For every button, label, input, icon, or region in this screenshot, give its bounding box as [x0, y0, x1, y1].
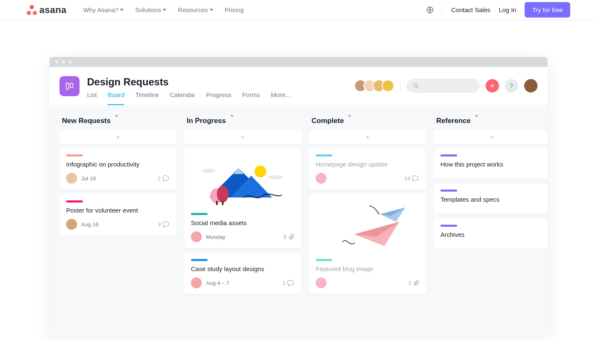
header-right: [358, 76, 538, 93]
svg-point-7: [268, 175, 283, 179]
add-card-button[interactable]: [434, 130, 548, 144]
chevron-down-icon: [210, 9, 213, 11]
meta-count: 3: [408, 280, 411, 286]
column-header[interactable]: Reference: [434, 117, 548, 125]
project-icon[interactable]: [59, 76, 80, 96]
assignee-avatar[interactable]: [66, 219, 77, 230]
card-tag: [440, 225, 457, 227]
board-icon: [65, 82, 74, 91]
card-meta: 5: [283, 233, 295, 240]
assignee-avatar[interactable]: [191, 231, 202, 242]
task-card[interactable]: Poster for volunteer eventAug 163: [59, 195, 177, 236]
attachment-icon: [413, 279, 419, 286]
project-tabs: ListBoardTimelineCalendarProgressFormsMo…: [87, 91, 350, 105]
mountains-illustration: [193, 156, 293, 206]
login-link[interactable]: Log In: [499, 6, 516, 13]
assignee-avatar[interactable]: [316, 277, 327, 288]
tab-progress[interactable]: Progress: [206, 91, 231, 105]
divider: [400, 79, 401, 92]
meta-count: 2: [158, 175, 161, 182]
nav-items: Why Asana? Solutions Resources Pricing: [83, 6, 244, 13]
avatar[interactable]: [382, 79, 394, 92]
card-title: Templates and specs: [440, 196, 544, 203]
paper-planes-illustration: [317, 202, 418, 252]
card-footer: 3: [316, 277, 419, 288]
comment-icon: [162, 174, 170, 182]
comment-icon: [162, 220, 170, 228]
nav-resources[interactable]: Resources: [178, 6, 213, 13]
contact-sales-link[interactable]: Contact Sales: [451, 6, 490, 13]
site-topnav: asana Why Asana? Solutions Resources Pri…: [0, 0, 597, 20]
nav-pricing[interactable]: Pricing: [225, 6, 244, 13]
global-add-button[interactable]: [486, 79, 499, 92]
task-card[interactable]: Archives: [434, 219, 548, 249]
card-meta: 1: [283, 279, 295, 287]
comment-icon: [412, 174, 419, 182]
column-title: Reference: [436, 117, 471, 125]
add-card-button[interactable]: [184, 130, 301, 144]
card-meta: 3: [158, 220, 170, 228]
brand[interactable]: asana: [27, 5, 67, 15]
plus-icon: [489, 82, 496, 89]
task-card[interactable]: How this project works: [434, 149, 548, 179]
svg-point-13: [217, 186, 229, 203]
tab-calendar[interactable]: Calendar: [170, 91, 196, 105]
card-tag: [440, 154, 457, 156]
card-title: How this project works: [440, 161, 544, 168]
card-title: Infographic on productivity: [66, 161, 170, 168]
column-title: Complete: [311, 117, 344, 125]
card-title: Social media assets: [191, 219, 295, 226]
search-input[interactable]: [407, 79, 480, 93]
card-meta: 3: [408, 279, 419, 286]
column-header[interactable]: Complete: [309, 117, 426, 125]
assignee-avatar[interactable]: [191, 277, 202, 288]
chevron-down-icon: [163, 9, 166, 11]
tab-forms[interactable]: Forms: [242, 91, 260, 105]
nav-label: Why Asana?: [83, 6, 118, 13]
task-card[interactable]: Case study layout designsAug 4 – 71: [184, 253, 301, 294]
try-for-free-button[interactable]: Try for free: [525, 2, 570, 18]
member-avatars[interactable]: [358, 79, 394, 92]
user-avatar[interactable]: [524, 79, 538, 92]
tab-board[interactable]: Board: [108, 91, 124, 105]
nav-why-asana[interactable]: Why Asana?: [83, 6, 124, 13]
chevron-down-icon: [115, 117, 118, 125]
plus-icon: [489, 134, 495, 140]
column-in-progress: In ProgressSocial media assetsMonday5Cas…: [184, 117, 301, 314]
task-card[interactable]: Infographic on productivityJul 192: [59, 149, 177, 190]
card-footer: 14: [316, 173, 419, 184]
card-footer-left: [316, 173, 327, 184]
column-header[interactable]: New Requests: [59, 117, 177, 125]
globe-icon[interactable]: [426, 6, 434, 14]
brand-word: asana: [39, 5, 67, 15]
task-card[interactable]: Templates and specs: [434, 184, 548, 214]
stage: Design Requests ListBoardTimelineCalenda…: [0, 20, 597, 339]
card-date: Aug 16: [81, 221, 98, 228]
task-card[interactable]: Homepage design update14: [309, 149, 426, 190]
card-tag: [316, 259, 332, 261]
card-title: Featured blog image: [316, 265, 419, 272]
column-header[interactable]: In Progress: [184, 117, 301, 125]
nav-solutions[interactable]: Solutions: [135, 6, 166, 13]
column-reference: ReferenceHow this project worksTemplates…: [434, 117, 548, 314]
svg-point-4: [511, 87, 512, 87]
tab-more-[interactable]: More...: [271, 91, 291, 105]
nav-label: Solutions: [135, 6, 161, 13]
svg-rect-14: [216, 201, 218, 205]
card-meta: 2: [158, 174, 170, 182]
tab-timeline[interactable]: Timeline: [135, 91, 159, 105]
add-card-button[interactable]: [59, 130, 177, 144]
task-card[interactable]: Social media assetsMonday5: [184, 149, 301, 248]
tab-list[interactable]: List: [87, 91, 97, 105]
assignee-avatar[interactable]: [66, 173, 77, 184]
project-title: Design Requests: [87, 76, 350, 88]
add-card-button[interactable]: [309, 130, 426, 144]
assignee-avatar[interactable]: [316, 173, 327, 184]
card-title: Archives: [440, 231, 544, 238]
svg-point-8: [255, 166, 266, 177]
app-frame: Design Requests ListBoardTimelineCalenda…: [49, 57, 548, 339]
svg-point-3: [414, 84, 417, 87]
help-button[interactable]: [505, 79, 518, 92]
card-footer-left: [316, 277, 327, 288]
task-card[interactable]: Featured blog image3: [309, 195, 426, 294]
